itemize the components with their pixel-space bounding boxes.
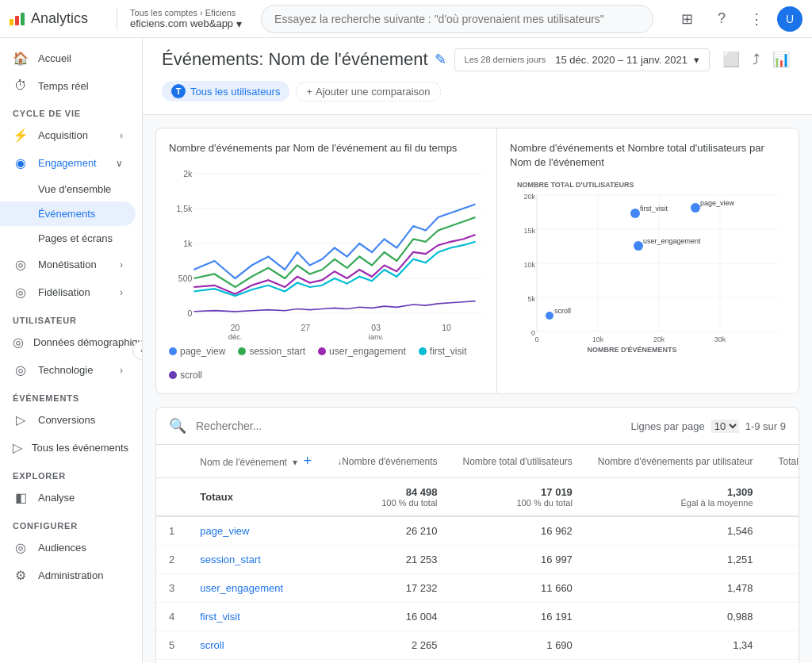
sidebar-item-temps-reel[interactable]: ⏱ Temps réel (0, 72, 136, 99)
help-icon[interactable]: ? (707, 5, 736, 33)
avatar[interactable]: U (777, 6, 802, 32)
sidebar-item-vue-ensemble[interactable]: Vue d'ensemble (0, 177, 136, 201)
top-nav-icons: ⊞ ? ⋮ U (672, 5, 802, 33)
search-input[interactable] (261, 5, 653, 33)
row-name: session_start (187, 546, 324, 574)
row-name-link[interactable]: first_visit (200, 611, 240, 623)
row-name-link[interactable]: scroll (200, 639, 224, 651)
row-per-user: 1,251 (585, 546, 766, 574)
segment-letter: T (171, 84, 186, 98)
sidebar-label: Pages et écrans (38, 232, 113, 244)
svg-text:first_visit: first_visit (640, 205, 668, 213)
col-header-users[interactable]: Nombre total d'utilisateurs (450, 445, 584, 478)
sidebar-section-explorer: EXPLORER (0, 462, 142, 484)
segment-row: T Tous les utilisateurs + Ajouter une co… (162, 78, 793, 108)
export-icon[interactable]: ⬜ (719, 48, 743, 71)
line-chart-container: Nombre d'événements par Nom de l'événeme… (156, 128, 497, 393)
sidebar-label: Engagement (38, 157, 97, 169)
row-events: 1 070 (324, 660, 450, 663)
sidebar-item-administration[interactable]: ⚙ Administration (0, 561, 136, 589)
totals-row: Totaux 84 498 100 % du total 17 019 100 … (156, 478, 799, 517)
col-header-name[interactable]: Nom de l'événement ▾ + (187, 445, 324, 478)
sidebar-item-techno[interactable]: ◎ Technologie › (0, 356, 136, 384)
account-name[interactable]: eficiens.com web&app ▾ (130, 17, 242, 30)
row-users: 16 997 (450, 546, 584, 574)
sidebar-label: Accueil (38, 52, 71, 64)
apps-icon[interactable]: ⊞ (672, 5, 701, 33)
sidebar-item-pages-ecrans[interactable]: Pages et écrans (0, 226, 136, 251)
sidebar-item-fidelisation[interactable]: ◎ Fidélisation › (0, 278, 136, 306)
row-revenue: 0,00 € (766, 574, 799, 603)
col-header-events[interactable]: ↓Nombre d'événements (324, 445, 450, 478)
svg-text:10: 10 (442, 323, 451, 332)
svg-text:20k: 20k (653, 335, 665, 343)
table-search-input[interactable] (196, 420, 354, 432)
data-table-container: 🔍 Lignes par page 10 25 50 1-9 sur 9 (155, 407, 799, 663)
customize-icon[interactable]: 📊 (769, 48, 793, 71)
row-revenue: 0,00 € (766, 660, 799, 663)
col-header-num (156, 445, 187, 478)
row-revenue: 0,00 € (766, 516, 799, 546)
techno-icon: ◎ (13, 362, 29, 377)
sidebar-item-tous-evenements[interactable]: ▷ Tous les événements (0, 434, 136, 462)
table-header: Nom de l'événement ▾ + ↓Nombre d'événeme… (156, 445, 799, 478)
sidebar-collapse-button[interactable]: ‹ (132, 341, 143, 360)
table-row: 1 page_view 26 210 16 962 1,546 0,00 € (156, 516, 799, 546)
row-revenue: 0,00 € (766, 603, 799, 631)
row-per-user: 1,546 (585, 516, 766, 546)
share-icon[interactable]: ⤴ (749, 48, 763, 71)
sidebar-item-accueil[interactable]: 🏠 Accueil (0, 44, 136, 72)
col-header-per-user[interactable]: Nombre d'événements par utilisateur (585, 445, 766, 478)
sidebar-item-evenements[interactable]: Événements (0, 201, 136, 226)
sidebar-item-analyse[interactable]: ◧ Analyse (0, 484, 136, 512)
scatter-chart-container: Nombre d'événements et Nombre total d'ut… (497, 128, 799, 393)
sidebar-item-conversions[interactable]: ▷ Conversions (0, 406, 136, 434)
acquisition-icon: ⚡ (13, 128, 29, 143)
sidebar-item-demo[interactable]: ◎ Données démographiques › (0, 328, 136, 356)
scatter-point-scroll (546, 312, 553, 320)
logo-bar-green (21, 13, 25, 25)
svg-text:1k: 1k (183, 239, 193, 248)
edit-icon[interactable]: ✎ (435, 51, 446, 68)
rows-per-page-select[interactable]: 10 25 50 (711, 420, 739, 433)
svg-text:03: 03 (371, 323, 381, 332)
scatter-svg: NOMBRE TOTAL D'UTILISATEURS 20k 15k 10k … (510, 179, 786, 354)
row-users: 11 660 (450, 574, 584, 603)
row-revenue: 0,00 € (766, 546, 799, 574)
expand-icon: › (120, 287, 123, 298)
scatter-point-page-view (691, 203, 700, 213)
date-range-picker[interactable]: Les 28 derniers jours 15 déc. 2020 – 11 … (454, 48, 710, 71)
clock-icon: ⏱ (13, 79, 29, 93)
col-header-revenue[interactable]: Total des revenus (766, 445, 799, 478)
row-per-user: 1,34 (585, 631, 766, 660)
table-row: 4 first_visit 16 004 16 191 0,988 0,00 € (156, 603, 799, 631)
svg-text:10k: 10k (592, 335, 604, 343)
sidebar: 🏠 Accueil ⏱ Temps réel CYCLE DE VIE ⚡ Ac… (0, 38, 143, 663)
legend-dot (318, 347, 326, 355)
segment-chip[interactable]: T Tous les utilisateurs (162, 81, 289, 102)
legend-dot (169, 371, 177, 379)
row-name-link[interactable]: user_engagement (200, 582, 283, 594)
sidebar-label: Administration (38, 569, 103, 581)
title-row: Événements: Nom de l'événement ✎ Les 28 … (162, 48, 793, 71)
row-name-link[interactable]: page_view (200, 525, 249, 537)
header-actions: ⬜ ⤴ 📊 (719, 48, 793, 71)
sidebar-item-acquisition[interactable]: ⚡ Acquisition › (0, 121, 136, 149)
totals-users: 17 019 100 % du total (450, 478, 584, 517)
app-title: Analytics (31, 10, 88, 27)
add-column-button[interactable]: + (304, 453, 312, 469)
totals-revenue: 0,00 € (766, 478, 799, 517)
sidebar-item-engagement[interactable]: ◉ Engagement ∨ (0, 149, 136, 177)
audiences-icon: ◎ (13, 540, 29, 555)
rows-per-page: Lignes par page 10 25 50 1-9 sur 9 (630, 420, 786, 433)
more-icon[interactable]: ⋮ (742, 5, 771, 33)
sidebar-label: Analyse (38, 492, 75, 504)
sidebar-item-monetisation[interactable]: ◎ Monétisation › (0, 251, 136, 278)
tous-ev-icon: ▷ (13, 440, 22, 455)
legend-dot (238, 347, 246, 355)
svg-text:0: 0 (187, 309, 192, 318)
row-name-link[interactable]: session_start (200, 554, 261, 565)
sidebar-item-audiences[interactable]: ◎ Audiences (0, 534, 136, 561)
account-selector[interactable]: Tous les comptes › Eficiens eficiens.com… (117, 8, 242, 30)
add-comparison-button[interactable]: + Ajouter une comparaison (296, 82, 440, 102)
